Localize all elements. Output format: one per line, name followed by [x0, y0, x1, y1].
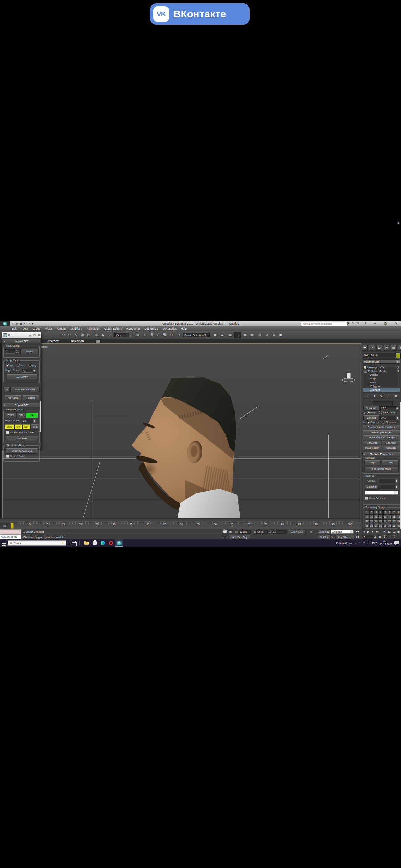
selection-lock-icon[interactable] [223, 530, 227, 533]
y-coordinate-field[interactable]: 6,508 [256, 530, 268, 534]
collapse-button[interactable]: Collapse [382, 446, 400, 450]
file-explorer-icon[interactable] [82, 539, 90, 547]
rendered-frame-icon[interactable]: ● [271, 332, 277, 338]
smoothing-group-button[interactable]: 22 [388, 519, 392, 523]
select-and-rotate-icon[interactable]: ↻ [100, 332, 106, 338]
dialog-close-icon[interactable]: ✕ [37, 334, 41, 337]
orbit-icon[interactable]: ◔ [388, 534, 390, 540]
language-indicator[interactable]: РУС [372, 542, 377, 545]
panel-tab-icon[interactable]: ✱ [398, 345, 401, 351]
timeline-ruler[interactable]: ▤ 51015202530354045505560657075808590951… [0, 522, 361, 529]
tessellate-spinner[interactable] [396, 406, 399, 410]
explode-spinner[interactable] [396, 416, 399, 420]
stack-tool-icon[interactable]: ▮ [374, 394, 375, 399]
clear-selection-checkbox[interactable]: ✓Clear Selection [365, 497, 385, 500]
render-setup-icon[interactable]: ◕ [264, 332, 270, 338]
rename-button[interactable]: Re-Name [5, 395, 21, 400]
go-to-start-icon[interactable]: ⏴⏴ [356, 529, 359, 534]
layer-manager-icon[interactable]: ▤ [227, 332, 233, 338]
search-highlights-icon[interactable]: ✦ [61, 541, 64, 545]
notification-icon[interactable] [394, 541, 399, 545]
smoothing-group-button[interactable]: 9 [365, 515, 369, 519]
radio-face-center[interactable]: Face-Center [379, 411, 396, 414]
unlink-icon[interactable]: ⊷ [66, 332, 73, 338]
dialog-restore-icon[interactable]: ▢ [32, 334, 37, 337]
menu-item[interactable]: Edit [12, 327, 17, 330]
toolbar-chevron-icon[interactable]: » [355, 542, 357, 544]
network-icon[interactable]: ◠ [363, 542, 365, 545]
auto-key-button[interactable]: Auto Key [318, 530, 330, 534]
previous-frame-icon[interactable]: ⏴ [363, 529, 365, 534]
tessellate-button[interactable]: Tessellate [363, 406, 380, 411]
key-mode-toggle-icon[interactable]: ⏴⏴ [356, 534, 359, 540]
schematic-view-icon[interactable]: ▩ [249, 332, 255, 338]
import-button[interactable]: Import [20, 349, 39, 354]
align-icon[interactable]: ≡ [219, 332, 226, 338]
panel-tab-icon[interactable]: ◔ [369, 345, 375, 351]
surface-properties-rollout[interactable]: -Surface Properties [362, 452, 401, 456]
smoothing-group-button[interactable]: 5 [383, 510, 387, 515]
angle-snap-icon[interactable]: ∠ [155, 332, 161, 338]
go-to-end-icon[interactable]: ⏵⏵ [376, 529, 379, 534]
sa-button[interactable]: SA [26, 413, 38, 418]
use-pivot-center-icon[interactable]: ◫ [134, 332, 141, 338]
make-planar-button[interactable]: Make Planar [363, 446, 381, 450]
minimize-button[interactable]: – [371, 321, 379, 326]
panel-tab-icon[interactable]: ✛ [362, 345, 368, 351]
tab-selection[interactable]: Selection [71, 339, 84, 343]
flip-normal-mode-button[interactable]: Flip Normal Mode [364, 467, 399, 471]
stack-row-edge[interactable]: Edge [363, 377, 400, 381]
grid-align-button[interactable]: Grid Align [382, 441, 400, 445]
set-id-spinner[interactable] [394, 479, 398, 483]
select-id-spinner[interactable] [394, 485, 398, 489]
import-dff-rollout[interactable]: -Import DFF [3, 339, 40, 343]
a-button[interactable]: A [4, 387, 10, 392]
zoom-extents-icon[interactable]: ⊡ [393, 529, 396, 534]
panel-tab-icon[interactable]: ⊞ [376, 345, 382, 351]
smoothing-group-button[interactable]: 13 [383, 515, 387, 519]
tab-freeform[interactable]: Freeform [47, 339, 59, 343]
stack-row-element[interactable]: Element [363, 388, 400, 392]
zoom-icon[interactable]: ◎ [383, 529, 386, 534]
named-selection-set-dropdown[interactable]: Create Selection Se▾ [183, 333, 210, 337]
zoom-all-icon[interactable]: ⊞ [388, 529, 391, 534]
object-name-field[interactable]: Skin_Mesh [363, 353, 396, 358]
smoothing-group-button[interactable]: 3 [374, 510, 378, 515]
isolate-icon[interactable]: ▦ [378, 534, 381, 540]
menu-item[interactable]: Customize [144, 327, 158, 330]
mirror-icon[interactable]: ◧ [212, 332, 219, 338]
radio-tga[interactable]: tga [6, 364, 13, 367]
hmc-toggle[interactable]: HMC [5, 424, 14, 430]
menu-item[interactable]: Group [33, 327, 41, 330]
next-frame-icon[interactable]: ⏵ [372, 529, 373, 534]
dialog-scrollbar[interactable] [40, 401, 41, 432]
smoothing-group-button[interactable]: 1 [365, 510, 369, 515]
smoothing-group-button[interactable]: 6 [388, 510, 392, 515]
pan-hand-icon[interactable]: ✛ [383, 534, 386, 540]
vcol-toggle[interactable]: VCol [31, 424, 39, 430]
export-dff-rollout[interactable]: -Export DFF [3, 403, 40, 407]
material-name-dropdown[interactable]: ▾ [365, 491, 398, 495]
select-and-move-icon[interactable]: ⊕ [93, 332, 99, 338]
smoothing-group-button[interactable]: 18 [369, 519, 374, 523]
export-scale-spinner[interactable] [33, 419, 36, 423]
graphite-toggle-icon[interactable]: ◔ [234, 332, 241, 338]
selection-region-icon[interactable]: ▭ [80, 332, 86, 338]
menu-item[interactable]: Create [57, 327, 66, 330]
keying-mode-dropdown[interactable]: Selected▾ [331, 530, 354, 534]
frame-spinner[interactable] [374, 535, 377, 539]
smoothing-group-button[interactable]: 10 [369, 515, 374, 519]
key-filters-button[interactable]: Key Filters... [335, 535, 354, 540]
select-and-link-icon[interactable]: ⊶ [60, 332, 66, 338]
start-button[interactable] [0, 540, 8, 546]
menu-bar[interactable]: EditToolsGroupViewsCreateModifiersAnimat… [0, 326, 401, 331]
panel-tab-icon[interactable]: ◎ [384, 345, 389, 351]
smoothing-group-button[interactable]: 21 [383, 519, 387, 523]
maximize-viewport-icon[interactable]: ⛶ [393, 534, 395, 540]
radio-bmp[interactable]: bmp [17, 364, 25, 367]
usb-icon[interactable]: ⊶ [367, 542, 370, 545]
radio-elements[interactable]: Elements [382, 421, 396, 424]
snap-toggle-icon[interactable]: 3 [149, 332, 155, 338]
close-button[interactable]: ✕ [392, 321, 400, 326]
lightbulb-icon[interactable] [364, 366, 366, 369]
